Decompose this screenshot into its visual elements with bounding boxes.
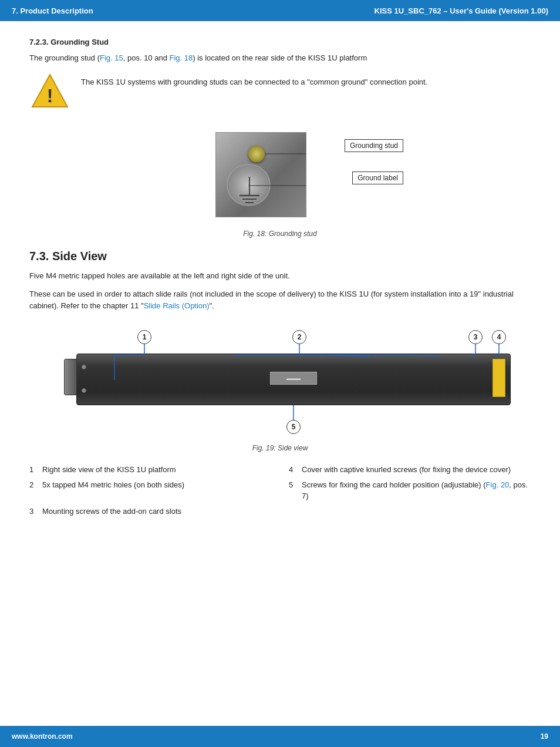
section-7-2-3-heading: 7.2.3. Grounding Stud — [29, 38, 531, 46]
desc-item-3: 3 Mounting screws of the add-on card slo… — [29, 506, 271, 517]
callout-ground-label: Ground label — [352, 171, 403, 184]
fig18-caption: Fig. 18: Grounding stud — [29, 230, 531, 238]
callout-2: 2 — [292, 330, 306, 344]
warning-block: ! The KISS 1U systems with grounding stu… — [29, 72, 531, 115]
desc-num-3: 3 — [29, 506, 38, 517]
desc-num-2: 2 — [29, 479, 38, 502]
desc-num-4: 4 — [289, 464, 297, 476]
desc-num-1: 1 — [29, 464, 38, 476]
svg-line-17 — [405, 355, 440, 356]
fig15-link[interactable]: Fig. 15 — [100, 53, 123, 62]
main-content: 7.2.3. Grounding Stud The grounding stud… — [0, 21, 560, 552]
section-7-3-heading: 7.3. Side View — [29, 250, 531, 263]
callout-grounding-stud: Grounding stud — [345, 139, 403, 152]
callout-5: 5 — [286, 420, 301, 434]
svg-line-21 — [493, 355, 499, 356]
desc-item-2: 2 5x tapped M4 metric holes (on both sid… — [29, 479, 271, 502]
desc-item-5: 5 Screws for fixing the card holder posi… — [289, 479, 531, 502]
header-section-label: 7. Product Description — [12, 6, 93, 15]
desc-num-5: 5 — [289, 479, 297, 502]
desc-text-4: Cover with captive knurled screws (for f… — [302, 464, 511, 476]
section-7-3-para1: Five M4 metric tapped holes are availabl… — [29, 270, 531, 282]
side-view-figure: ▬▬▬ — [29, 318, 531, 442]
grounding-inner: Grounding stud Ground label — [157, 126, 403, 226]
desc-list: 1 Right side view of the KISS 1U platfor… — [29, 464, 531, 517]
desc-text-3: Mounting screws of the add-on card slots — [42, 506, 181, 517]
section-7-3-para2: These can be used in order to attach sli… — [29, 288, 531, 313]
slide-rails-link[interactable]: Slide Rails (Option) — [144, 301, 210, 310]
fig19-caption: Fig. 19: Side view — [29, 444, 531, 452]
callout-3: 3 — [468, 330, 483, 344]
desc-text-5: Screws for fixing the card holder positi… — [302, 479, 531, 502]
section-7-2-3: 7.2.3. Grounding Stud The grounding stud… — [29, 38, 531, 238]
warning-icon: ! — [29, 72, 70, 115]
warning-text: The KISS 1U systems with grounding studs… — [81, 72, 427, 89]
callout-1: 1 — [137, 330, 151, 344]
section-7-3: 7.3. Side View Five M4 metric tapped hol… — [29, 250, 531, 517]
footer-website: www.kontron.com — [12, 732, 73, 741]
desc-item-1: 1 Right side view of the KISS 1U platfor… — [29, 464, 271, 476]
footer-page-number: 19 — [541, 732, 548, 741]
section-7-2-3-body: The grounding stud (Fig. 15, pos. 10 and… — [29, 52, 531, 65]
desc-text-1: Right side view of the KISS 1U platform — [42, 464, 176, 476]
header-doc-title: KISS 1U_SBC_762 – User's Guide (Version … — [375, 6, 548, 15]
desc-item-4: 4 Cover with captive knurled screws (for… — [289, 464, 531, 476]
footer-bar: www.kontron.com 19 — [0, 726, 560, 747]
fig18-link[interactable]: Fig. 18 — [170, 53, 193, 62]
header-bar: 7. Product Description KISS 1U_SBC_762 –… — [0, 0, 560, 21]
svg-line-19 — [470, 354, 475, 356]
grounding-figure-wrapper: Grounding stud Ground label — [29, 126, 531, 226]
fig20-link[interactable]: Fig. 20 — [486, 480, 510, 489]
desc-text-2: 5x tapped M4 metric holes (on both sides… — [42, 479, 184, 502]
svg-text:!: ! — [47, 85, 53, 106]
callout-4: 4 — [492, 330, 506, 344]
